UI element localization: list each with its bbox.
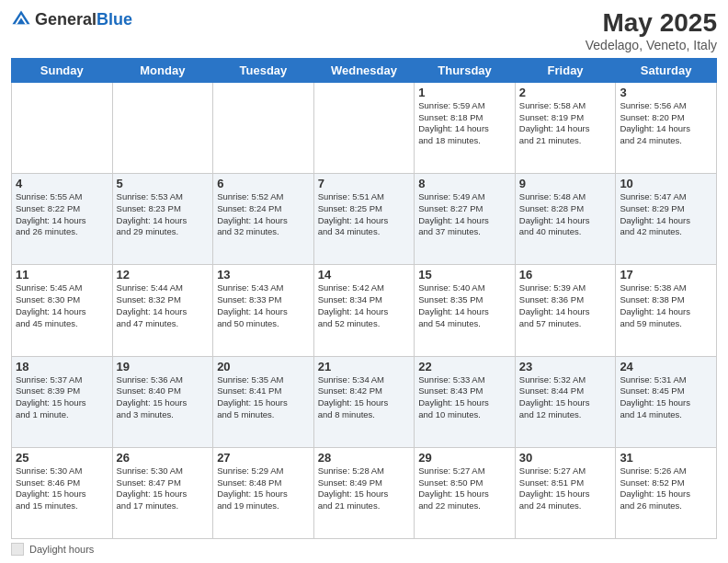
day-header-saturday: Saturday	[616, 58, 717, 82]
day-info: Sunrise: 5:44 AM Sunset: 8:32 PM Dayligh…	[117, 282, 210, 329]
day-info: Sunrise: 5:31 AM Sunset: 8:45 PM Dayligh…	[620, 374, 712, 421]
day-info: Sunrise: 5:27 AM Sunset: 8:50 PM Dayligh…	[418, 465, 511, 512]
logo-general-text: General	[35, 10, 97, 29]
calendar-week-0: 1Sunrise: 5:59 AM Sunset: 8:18 PM Daylig…	[12, 82, 717, 173]
day-info: Sunrise: 5:27 AM Sunset: 8:51 PM Dayligh…	[519, 465, 612, 512]
day-number: 12	[117, 268, 210, 282]
calendar-cell: 31Sunrise: 5:26 AM Sunset: 8:52 PM Dayli…	[616, 447, 717, 538]
day-number: 21	[318, 360, 411, 373]
day-info: Sunrise: 5:42 AM Sunset: 8:34 PM Dayligh…	[318, 282, 411, 329]
day-info: Sunrise: 5:33 AM Sunset: 8:43 PM Dayligh…	[418, 374, 511, 421]
day-number: 8	[418, 177, 511, 190]
location: Vedelago, Veneto, Italy	[586, 38, 717, 52]
day-info: Sunrise: 5:28 AM Sunset: 8:49 PM Dayligh…	[318, 465, 411, 512]
day-info: Sunrise: 5:51 AM Sunset: 8:25 PM Dayligh…	[318, 191, 411, 238]
day-number: 26	[117, 451, 210, 465]
calendar-cell: 17Sunrise: 5:38 AM Sunset: 8:38 PM Dayli…	[616, 265, 717, 356]
day-number: 18	[16, 360, 108, 373]
day-info: Sunrise: 5:39 AM Sunset: 8:36 PM Dayligh…	[519, 282, 612, 329]
calendar-cell: 19Sunrise: 5:36 AM Sunset: 8:40 PM Dayli…	[112, 356, 213, 447]
calendar-cell: 11Sunrise: 5:45 AM Sunset: 8:30 PM Dayli…	[12, 265, 113, 356]
day-info: Sunrise: 5:29 AM Sunset: 8:48 PM Dayligh…	[217, 465, 310, 512]
day-number: 5	[117, 177, 210, 190]
page: GeneralBlue May 2025 Vedelago, Veneto, I…	[0, 0, 728, 563]
calendar-cell: 22Sunrise: 5:33 AM Sunset: 8:43 PM Dayli…	[415, 356, 516, 447]
day-number: 31	[620, 451, 712, 465]
calendar-cell: 28Sunrise: 5:28 AM Sunset: 8:49 PM Dayli…	[313, 447, 415, 538]
day-info: Sunrise: 5:32 AM Sunset: 8:44 PM Dayligh…	[519, 374, 612, 421]
day-info: Sunrise: 5:40 AM Sunset: 8:35 PM Dayligh…	[418, 282, 511, 329]
calendar-cell	[112, 82, 213, 173]
day-info: Sunrise: 5:53 AM Sunset: 8:23 PM Dayligh…	[117, 191, 210, 238]
day-info: Sunrise: 5:38 AM Sunset: 8:38 PM Dayligh…	[620, 282, 712, 329]
day-info: Sunrise: 5:52 AM Sunset: 8:24 PM Dayligh…	[217, 191, 310, 238]
calendar-cell: 20Sunrise: 5:35 AM Sunset: 8:41 PM Dayli…	[213, 356, 314, 447]
calendar-cell: 8Sunrise: 5:49 AM Sunset: 8:27 PM Daylig…	[415, 174, 516, 265]
header: GeneralBlue May 2025 Vedelago, Veneto, I…	[11, 9, 717, 52]
calendar-cell	[213, 82, 314, 173]
calendar-cell: 29Sunrise: 5:27 AM Sunset: 8:50 PM Dayli…	[415, 447, 516, 538]
day-number: 1	[418, 86, 511, 99]
day-number: 14	[318, 268, 411, 282]
calendar-cell: 14Sunrise: 5:42 AM Sunset: 8:34 PM Dayli…	[313, 265, 415, 356]
calendar-cell: 4Sunrise: 5:55 AM Sunset: 8:22 PM Daylig…	[12, 174, 113, 265]
day-number: 4	[16, 177, 108, 190]
day-info: Sunrise: 5:58 AM Sunset: 8:19 PM Dayligh…	[519, 100, 612, 147]
calendar-cell: 26Sunrise: 5:30 AM Sunset: 8:47 PM Dayli…	[112, 447, 213, 538]
day-info: Sunrise: 5:59 AM Sunset: 8:18 PM Dayligh…	[418, 100, 511, 147]
calendar-cell: 10Sunrise: 5:47 AM Sunset: 8:29 PM Dayli…	[616, 174, 717, 265]
calendar-week-2: 11Sunrise: 5:45 AM Sunset: 8:30 PM Dayli…	[12, 265, 717, 356]
logo-blue-text: Blue	[97, 10, 132, 29]
day-number: 22	[418, 360, 511, 373]
day-info: Sunrise: 5:47 AM Sunset: 8:29 PM Dayligh…	[620, 191, 712, 238]
month-title: May 2025	[586, 9, 717, 38]
day-number: 28	[318, 451, 411, 465]
day-info: Sunrise: 5:45 AM Sunset: 8:30 PM Dayligh…	[16, 282, 108, 329]
legend: Daylight hours	[11, 543, 717, 556]
day-number: 16	[519, 268, 612, 282]
day-number: 9	[519, 177, 612, 190]
calendar-cell: 25Sunrise: 5:30 AM Sunset: 8:46 PM Dayli…	[12, 447, 113, 538]
day-info: Sunrise: 5:48 AM Sunset: 8:28 PM Dayligh…	[519, 191, 612, 238]
calendar-cell: 15Sunrise: 5:40 AM Sunset: 8:35 PM Dayli…	[415, 265, 516, 356]
calendar-cell	[313, 82, 415, 173]
calendar-header-row: SundayMondayTuesdayWednesdayThursdayFrid…	[12, 58, 717, 82]
calendar-cell: 12Sunrise: 5:44 AM Sunset: 8:32 PM Dayli…	[112, 265, 213, 356]
calendar-week-3: 18Sunrise: 5:37 AM Sunset: 8:39 PM Dayli…	[12, 356, 717, 447]
day-header-monday: Monday	[112, 58, 213, 82]
day-info: Sunrise: 5:55 AM Sunset: 8:22 PM Dayligh…	[16, 191, 108, 238]
day-number: 11	[16, 268, 108, 282]
day-header-sunday: Sunday	[12, 58, 113, 82]
day-header-wednesday: Wednesday	[313, 58, 415, 82]
day-info: Sunrise: 5:34 AM Sunset: 8:42 PM Dayligh…	[318, 374, 411, 421]
title-area: May 2025 Vedelago, Veneto, Italy	[586, 9, 717, 52]
day-info: Sunrise: 5:26 AM Sunset: 8:52 PM Dayligh…	[620, 465, 712, 512]
calendar-cell: 3Sunrise: 5:56 AM Sunset: 8:20 PM Daylig…	[616, 82, 717, 173]
legend-label: Daylight hours	[29, 544, 94, 555]
day-header-thursday: Thursday	[415, 58, 516, 82]
day-info: Sunrise: 5:56 AM Sunset: 8:20 PM Dayligh…	[620, 100, 712, 147]
day-number: 15	[418, 268, 511, 282]
day-number: 19	[117, 360, 210, 373]
calendar: SundayMondayTuesdayWednesdayThursdayFrid…	[11, 58, 717, 539]
day-info: Sunrise: 5:35 AM Sunset: 8:41 PM Dayligh…	[217, 374, 310, 421]
day-number: 29	[418, 451, 511, 465]
day-number: 6	[217, 177, 310, 190]
day-header-tuesday: Tuesday	[213, 58, 314, 82]
day-number: 3	[620, 86, 712, 99]
day-number: 10	[620, 177, 712, 190]
day-number: 30	[519, 451, 612, 465]
day-info: Sunrise: 5:36 AM Sunset: 8:40 PM Dayligh…	[117, 374, 210, 421]
calendar-cell: 2Sunrise: 5:58 AM Sunset: 8:19 PM Daylig…	[515, 82, 616, 173]
day-number: 17	[620, 268, 712, 282]
day-number: 20	[217, 360, 310, 373]
day-number: 25	[16, 451, 108, 465]
calendar-cell: 5Sunrise: 5:53 AM Sunset: 8:23 PM Daylig…	[112, 174, 213, 265]
calendar-week-4: 25Sunrise: 5:30 AM Sunset: 8:46 PM Dayli…	[12, 447, 717, 538]
day-info: Sunrise: 5:30 AM Sunset: 8:46 PM Dayligh…	[16, 465, 108, 512]
day-header-friday: Friday	[515, 58, 616, 82]
calendar-cell: 1Sunrise: 5:59 AM Sunset: 8:18 PM Daylig…	[415, 82, 516, 173]
logo-icon	[11, 9, 31, 29]
day-number: 24	[620, 360, 712, 373]
calendar-cell: 23Sunrise: 5:32 AM Sunset: 8:44 PM Dayli…	[515, 356, 616, 447]
